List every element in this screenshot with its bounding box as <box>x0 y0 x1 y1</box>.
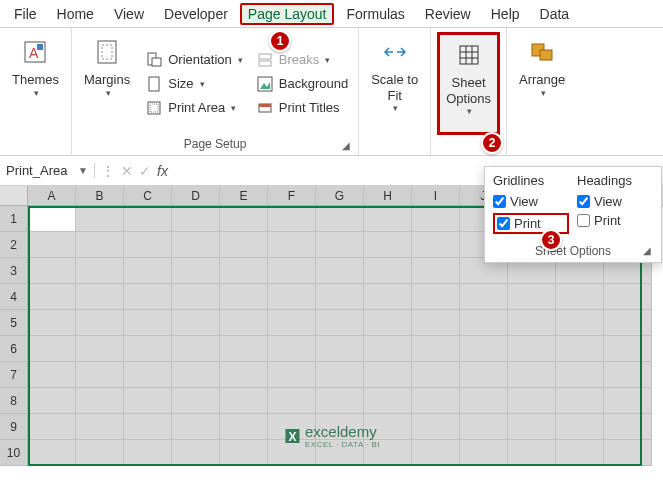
background-button[interactable]: Background <box>253 74 352 94</box>
tab-page-layout[interactable]: Page Layout <box>240 3 335 25</box>
cell[interactable] <box>508 414 556 440</box>
margins-button[interactable]: Margins <box>78 32 136 135</box>
cell[interactable] <box>76 362 124 388</box>
cell[interactable] <box>604 336 652 362</box>
cell[interactable] <box>316 310 364 336</box>
cell[interactable] <box>364 284 412 310</box>
col-header[interactable]: C <box>124 186 172 205</box>
headings-print-checkbox[interactable]: Print <box>577 213 653 228</box>
cell[interactable] <box>28 232 76 258</box>
cell[interactable] <box>556 336 604 362</box>
cell[interactable] <box>220 258 268 284</box>
col-header[interactable]: A <box>28 186 76 205</box>
tab-review[interactable]: Review <box>417 4 479 24</box>
cell[interactable] <box>124 310 172 336</box>
cell[interactable] <box>412 206 460 232</box>
cell[interactable] <box>124 232 172 258</box>
cell[interactable] <box>364 336 412 362</box>
cell[interactable] <box>604 362 652 388</box>
cell[interactable] <box>76 258 124 284</box>
cell[interactable] <box>268 388 316 414</box>
cell[interactable] <box>28 388 76 414</box>
split-icon[interactable]: ⋮ <box>101 163 115 179</box>
cell[interactable] <box>316 232 364 258</box>
cell[interactable] <box>76 232 124 258</box>
gridlines-view-input[interactable] <box>493 195 506 208</box>
cell[interactable] <box>220 232 268 258</box>
cell[interactable] <box>460 440 508 466</box>
cell[interactable] <box>268 206 316 232</box>
cell[interactable] <box>508 336 556 362</box>
cell[interactable] <box>268 284 316 310</box>
cell[interactable] <box>364 310 412 336</box>
cell[interactable] <box>268 232 316 258</box>
row-header[interactable]: 1 <box>0 206 28 232</box>
name-box[interactable]: Print_Area ▼ <box>0 163 95 178</box>
gridlines-view-checkbox[interactable]: View <box>493 194 569 209</box>
themes-button[interactable]: A Themes <box>6 32 65 135</box>
cell[interactable] <box>460 414 508 440</box>
headings-view-checkbox[interactable]: View <box>577 194 653 209</box>
cell[interactable] <box>28 284 76 310</box>
cell[interactable] <box>28 206 76 232</box>
orientation-button[interactable]: Orientation <box>142 50 247 70</box>
cell[interactable] <box>76 388 124 414</box>
cell[interactable] <box>268 336 316 362</box>
cell[interactable] <box>412 232 460 258</box>
cell[interactable] <box>76 284 124 310</box>
cell[interactable] <box>124 440 172 466</box>
cell[interactable] <box>268 310 316 336</box>
cell[interactable] <box>412 414 460 440</box>
cell[interactable] <box>172 310 220 336</box>
cell[interactable] <box>268 362 316 388</box>
cell[interactable] <box>172 258 220 284</box>
col-header[interactable]: D <box>172 186 220 205</box>
row-header[interactable]: 10 <box>0 440 28 466</box>
cell[interactable] <box>508 310 556 336</box>
cell[interactable] <box>124 362 172 388</box>
tab-help[interactable]: Help <box>483 4 528 24</box>
col-header[interactable]: B <box>76 186 124 205</box>
cell[interactable] <box>556 414 604 440</box>
tab-formulas[interactable]: Formulas <box>338 4 412 24</box>
cell[interactable] <box>220 284 268 310</box>
headings-print-input[interactable] <box>577 214 590 227</box>
cell[interactable] <box>220 362 268 388</box>
sheet-options-button[interactable]: Sheet Options <box>437 32 500 135</box>
cell[interactable] <box>28 414 76 440</box>
page-setup-launcher-icon[interactable]: ◢ <box>342 140 350 151</box>
cell[interactable] <box>316 258 364 284</box>
name-box-dropdown-icon[interactable]: ▼ <box>78 165 88 176</box>
cell[interactable] <box>508 284 556 310</box>
cell[interactable] <box>460 336 508 362</box>
cell[interactable] <box>604 414 652 440</box>
row-header[interactable]: 7 <box>0 362 28 388</box>
select-all-corner[interactable] <box>0 186 28 205</box>
col-header[interactable]: G <box>316 186 364 205</box>
cell[interactable] <box>460 310 508 336</box>
cell[interactable] <box>220 388 268 414</box>
cell[interactable] <box>220 310 268 336</box>
tab-file[interactable]: File <box>6 4 45 24</box>
cell[interactable] <box>172 362 220 388</box>
cell[interactable] <box>28 336 76 362</box>
tab-data[interactable]: Data <box>532 4 578 24</box>
cell[interactable] <box>412 310 460 336</box>
cell[interactable] <box>604 310 652 336</box>
cell[interactable] <box>220 206 268 232</box>
cell[interactable] <box>124 206 172 232</box>
cell[interactable] <box>412 258 460 284</box>
row-header[interactable]: 5 <box>0 310 28 336</box>
cell[interactable] <box>364 362 412 388</box>
row-header[interactable]: 4 <box>0 284 28 310</box>
cell[interactable] <box>220 336 268 362</box>
cell[interactable] <box>316 336 364 362</box>
tab-developer[interactable]: Developer <box>156 4 236 24</box>
cell[interactable] <box>76 206 124 232</box>
cell[interactable] <box>412 440 460 466</box>
cell[interactable] <box>172 232 220 258</box>
cell[interactable] <box>556 310 604 336</box>
cell[interactable] <box>76 336 124 362</box>
cell[interactable] <box>412 336 460 362</box>
cell[interactable] <box>172 284 220 310</box>
